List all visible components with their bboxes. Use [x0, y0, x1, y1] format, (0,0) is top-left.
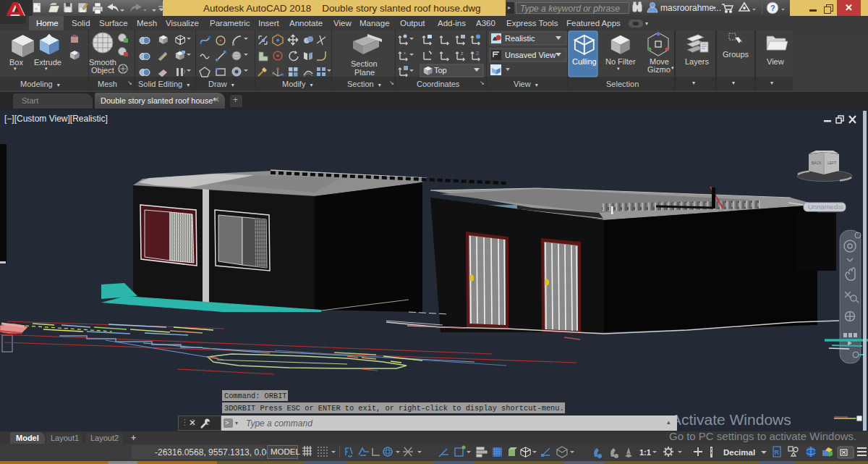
- svg-text:BACK: BACK: [812, 161, 822, 165]
- svg-text:LEFT: LEFT: [827, 161, 836, 165]
- svg-text:R: R: [775, 449, 780, 456]
- svg-text:Unnamed: Unnamed: [808, 203, 838, 211]
- svg-text:1:1: 1:1: [639, 448, 651, 457]
- svg-text:Decimal: Decimal: [723, 448, 755, 457]
- svg-text:?: ?: [770, 4, 775, 12]
